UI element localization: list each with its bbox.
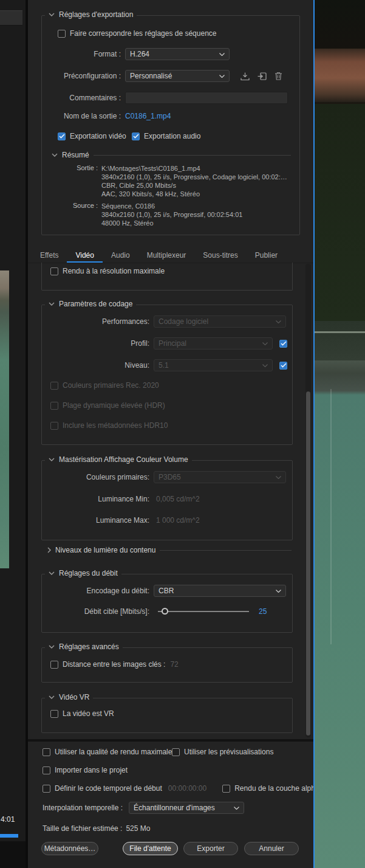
video-roof-area <box>315 49 365 102</box>
chevron-down-icon <box>276 320 281 323</box>
summary-source-line: Séquence, C0186 <box>101 202 242 210</box>
tab-effets[interactable]: Effets <box>32 247 67 263</box>
chevron-down-icon <box>49 458 55 461</box>
scrollbar-track[interactable] <box>305 264 311 737</box>
primaries-label: Couleurs primaires: <box>42 473 149 481</box>
bitrate-encoding-dropdown[interactable]: CBR <box>154 585 286 597</box>
advanced-settings-group: Réglages avancés Distance entre les imag… <box>41 647 293 683</box>
import-into-project-checkbox[interactable] <box>43 766 50 774</box>
summary-output-line: AAC, 320 Kbits/s, 48 kHz, Stéréo <box>101 190 287 198</box>
import-preset-icon[interactable] <box>258 72 267 80</box>
comments-input[interactable] <box>125 92 288 104</box>
slider-track[interactable] <box>158 611 249 612</box>
chevron-down-icon <box>49 302 55 306</box>
level-value: 5.1 <box>159 361 169 370</box>
tab-multiplexeur[interactable]: Multiplexeur <box>138 247 195 263</box>
level-override-checkbox[interactable] <box>279 362 287 370</box>
mastering-header[interactable]: Mastérisation Affichage Couleur Volume <box>45 455 192 464</box>
export-settings-group: Réglages d'exportation Faire correspondr… <box>41 15 300 235</box>
summary-source-line: 3840x2160 (1,0), 25 i/s, Progressif, 00:… <box>101 210 242 219</box>
start-timecode-checkbox[interactable] <box>43 785 50 793</box>
export-settings-header[interactable]: Réglages d'exportation <box>45 10 137 19</box>
luminance-min-value: 0,005 cd/m^2 <box>156 495 200 503</box>
bitrate-encoding-value: CBR <box>159 587 174 595</box>
primaries-dropdown: P3D65 <box>154 471 286 483</box>
timeline-progress-bar <box>0 834 18 838</box>
alpha-only-checkbox[interactable] <box>222 785 230 793</box>
background-panel-fragment <box>0 10 22 26</box>
export-audio-label: Exportation audio <box>144 132 200 140</box>
export-button[interactable]: Exporter <box>183 842 238 855</box>
hdr-checkbox <box>50 402 58 410</box>
max-render-quality-checkbox[interactable] <box>43 748 50 756</box>
chevron-down-icon <box>52 153 58 157</box>
interpolation-value: Échantillonneur d'images <box>134 804 215 812</box>
profile-value: Principal <box>159 339 186 348</box>
advanced-settings-header[interactable]: Réglages avancés <box>45 642 123 651</box>
summary-source-line: 48000 Hz, Stéréo <box>101 219 242 227</box>
use-previews-checkbox[interactable] <box>172 748 180 756</box>
target-bitrate-slider[interactable] <box>158 607 249 616</box>
export-audio-checkbox[interactable] <box>132 133 140 140</box>
target-bitrate-label: Débit cible [Mbits/s]: <box>42 607 149 616</box>
profile-label: Profil: <box>42 339 149 348</box>
level-dropdown: 5.1 <box>154 359 273 371</box>
keyframe-distance-label: Distance entre les images clés : <box>63 660 165 669</box>
is-vr-label: La vidéo est VR <box>63 709 114 718</box>
tab-sous-titres[interactable]: Sous-titres <box>194 247 246 263</box>
profile-dropdown: Principal <box>154 337 273 350</box>
keyframe-distance-checkbox[interactable] <box>50 661 58 669</box>
format-label: Format : <box>42 50 121 58</box>
chevron-down-icon <box>276 590 281 593</box>
use-previews-label: Utiliser les prévisualisations <box>184 748 273 756</box>
level-label: Niveau: <box>42 361 149 370</box>
interpolation-dropdown[interactable]: Échantillonneur d'images <box>129 802 244 814</box>
check-icon <box>281 363 287 368</box>
luminance-min-label: Luminance Min: <box>42 495 149 503</box>
bitrate-settings-header[interactable]: Réglages du débit <box>45 569 121 577</box>
format-dropdown[interactable]: H.264 <box>125 48 230 60</box>
chevron-down-icon <box>234 807 239 810</box>
max-render-quality-label: Utiliser la qualité de rendu maximale <box>55 748 172 756</box>
match-sequence-checkbox[interactable] <box>58 30 66 38</box>
estimated-size-value: 525 Mo <box>126 824 150 833</box>
tab-audio[interactable]: Audio <box>103 247 138 263</box>
preset-dropdown[interactable]: Personnalisé <box>125 70 230 82</box>
video-net-tape <box>315 331 365 333</box>
profile-override-checkbox[interactable] <box>279 340 287 348</box>
bitrate-encoding-label: Encodage du débit: <box>42 587 149 595</box>
keyframe-distance-value: 72 <box>170 660 178 669</box>
output-filename-link[interactable]: C0186_1.mp4 <box>125 112 171 120</box>
performance-dropdown: Codage logiciel <box>154 315 286 328</box>
output-name-label: Nom de la sortie : <box>42 112 121 120</box>
summary-header[interactable]: Résumé <box>52 151 291 159</box>
encoding-settings-header[interactable]: Paramètres de codage <box>45 300 136 308</box>
export-tabs: Effets Vidéo Audio Multiplexeur Sous-tit… <box>28 247 313 263</box>
metadata-button[interactable]: Métadonnées… <box>41 842 98 855</box>
chevron-down-icon <box>49 695 55 699</box>
content-light-levels-title: Niveaux de lumière du contenu <box>55 546 155 554</box>
luminance-max-value: 1 000 cd/m^2 <box>156 516 200 525</box>
render-max-resolution-label: Rendu à la résolution maximale <box>63 267 165 275</box>
delete-preset-icon[interactable] <box>275 72 282 80</box>
alpha-only-label: Rendu de la couche alpha seule <box>234 784 313 793</box>
match-sequence-label: Faire correspondre les réglages de séque… <box>70 29 216 38</box>
is-vr-checkbox[interactable] <box>50 710 58 718</box>
cancel-button[interactable]: Annuler <box>244 842 299 855</box>
section-divider <box>160 550 292 551</box>
tab-publier[interactable]: Publier <box>247 247 286 263</box>
slider-handle[interactable] <box>162 608 168 615</box>
save-preset-icon[interactable] <box>240 72 250 80</box>
content-light-levels-header[interactable]: Niveaux de lumière du contenu <box>47 546 292 554</box>
summary-output-line: K:\Montages\Tests\C0186_1.mp4 <box>101 164 287 173</box>
tab-video[interactable]: Vidéo <box>67 247 102 263</box>
scrollbar-thumb[interactable] <box>306 391 310 735</box>
vr-video-header[interactable]: Vidéo VR <box>45 693 93 701</box>
summary-output-label: Sortie : <box>52 164 98 198</box>
queue-button[interactable]: File d'attente <box>123 842 178 855</box>
encoding-settings-group: Paramètres de codage Performances: Codag… <box>41 305 293 445</box>
render-max-resolution-checkbox[interactable] <box>50 267 58 275</box>
vr-video-group: Vidéo VR La vidéo est VR <box>41 698 293 733</box>
export-video-checkbox[interactable] <box>58 133 66 140</box>
hdr10-metadata-label: Inclure les métadonnées HDR10 <box>63 421 168 430</box>
